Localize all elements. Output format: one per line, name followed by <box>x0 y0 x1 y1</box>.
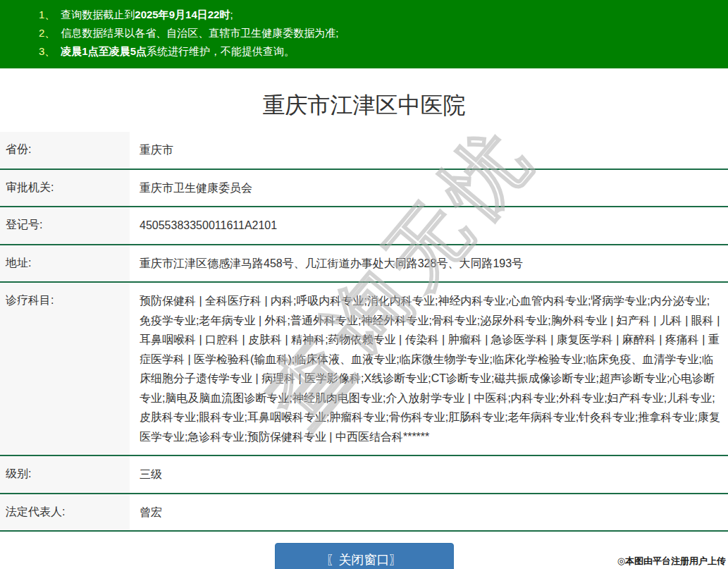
notice-bold-text: 凌晨1点至凌晨5点 <box>61 45 147 57</box>
field-label: 审批机关: <box>0 170 131 207</box>
field-label: 法定代表人: <box>0 494 131 531</box>
field-value: 45055383350011611A2101 <box>131 207 728 244</box>
notice-text: 查询数据截止到 <box>61 8 135 20</box>
field-value: 三级 <box>131 456 728 493</box>
notice-number: 2、 <box>39 27 55 39</box>
notice-number: 3、 <box>39 45 55 57</box>
notice-text: ; <box>230 8 233 20</box>
table-row-approval-authority: 审批机关: 重庆市卫生健康委员会 <box>0 170 728 208</box>
notice-banner: 1、查询数据截止到2025年9月14日22时; 2、信息数据结果以各省、自治区、… <box>0 0 728 68</box>
hospital-info-table: 省份: 重庆市 审批机关: 重庆市卫生健康委员会 登记号: 4505538335… <box>0 132 728 532</box>
table-row-legal-representative: 法定代表人: 曾宏 <box>0 494 728 532</box>
notice-line-3: 3、凌晨1点至凌晨5点系统进行维护，不能提供查询。 <box>39 42 721 61</box>
notice-text: 信息数据结果以各省、自治区、直辖市卫生健康委数据为准; <box>61 27 338 39</box>
close-window-button[interactable]: 〖关闭窗口〗 <box>275 543 454 569</box>
upload-attribution-stamp: ◎本图由平台注册用户上传 <box>617 555 726 568</box>
field-label: 诊疗科目: <box>0 283 131 455</box>
field-value: 曾宏 <box>131 494 728 531</box>
table-row-address: 地址: 重庆市江津区德感津马路458号、几江街道办事处大同路328号、大同路19… <box>0 245 728 283</box>
page-title: 重庆市江津区中医院 <box>0 90 728 121</box>
table-row-level: 级别: 三级 <box>0 456 728 494</box>
table-row-registration-number: 登记号: 45055383350011611A2101 <box>0 207 728 245</box>
field-label: 地址: <box>0 245 131 282</box>
field-label: 省份: <box>0 132 131 169</box>
field-value: 重庆市 <box>131 132 728 169</box>
field-label: 级别: <box>0 456 131 493</box>
field-value: 预防保健科 | 全科医疗科 | 内科;呼吸内科专业;消化内科专业;神经内科专业;… <box>131 283 728 455</box>
notice-bold-text: 2025年9月14日22时 <box>135 8 230 20</box>
field-label: 登记号: <box>0 207 131 244</box>
field-value: 重庆市江津区德感津马路458号、几江街道办事处大同路328号、大同路193号 <box>131 245 728 282</box>
notice-line-1: 1、查询数据截止到2025年9月14日22时; <box>39 6 721 24</box>
table-row-province: 省份: 重庆市 <box>0 132 728 170</box>
table-row-medical-departments: 诊疗科目: 预防保健科 | 全科医疗科 | 内科;呼吸内科专业;消化内科专业;神… <box>0 283 728 456</box>
notice-line-2: 2、信息数据结果以各省、自治区、直辖市卫生健康委数据为准; <box>39 24 721 42</box>
notice-text: 系统进行维护，不能提供查询。 <box>147 45 295 57</box>
notice-number: 1、 <box>39 8 55 20</box>
field-value: 重庆市卫生健康委员会 <box>131 170 728 207</box>
